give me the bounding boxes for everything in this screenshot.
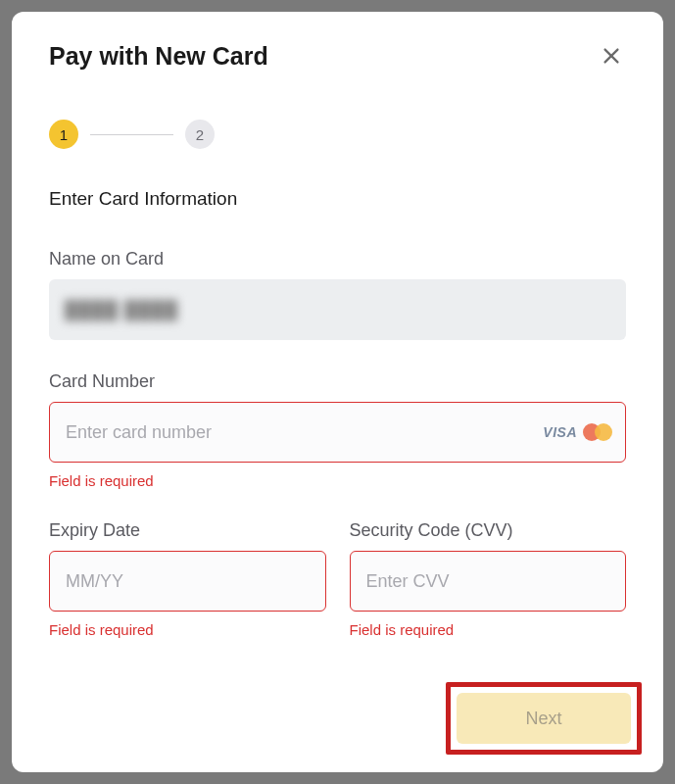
step-line [90,134,173,135]
modal-header: Pay with New Card [49,41,626,71]
name-group: Name on Card ████ ████ [49,249,626,340]
expiry-error: Field is required [49,621,326,638]
step-2: 2 [185,120,215,149]
card-number-input[interactable] [49,402,626,463]
name-input[interactable]: ████ ████ [49,279,626,340]
card-brand-icons: VISA [543,423,612,441]
close-button[interactable] [597,41,626,71]
expiry-cvv-row: Expiry Date Field is required Security C… [49,520,626,669]
next-highlight: Next [446,682,642,755]
next-button[interactable]: Next [457,693,631,744]
expiry-label: Expiry Date [49,520,326,541]
expiry-group: Expiry Date Field is required [49,520,326,638]
section-title: Enter Card Information [49,188,626,210]
cvv-label: Security Code (CVV) [350,520,627,541]
expiry-input[interactable] [49,551,326,612]
stepper: 1 2 [49,120,626,149]
step-1: 1 [49,120,78,149]
mastercard-icon [583,423,612,441]
name-label: Name on Card [49,249,626,270]
modal-title: Pay with New Card [49,42,268,71]
close-icon [601,45,622,67]
cvv-input[interactable] [350,551,627,612]
payment-modal: Pay with New Card 1 2 Enter Card Informa… [12,12,663,772]
cvv-group: Security Code (CVV) Field is required [350,520,627,638]
card-number-error: Field is required [49,472,626,489]
cvv-error: Field is required [350,621,627,638]
name-value: ████ ████ [65,300,178,320]
card-number-group: Card Number VISA Field is required [49,371,626,489]
visa-icon: VISA [543,424,577,440]
card-number-label: Card Number [49,371,626,392]
